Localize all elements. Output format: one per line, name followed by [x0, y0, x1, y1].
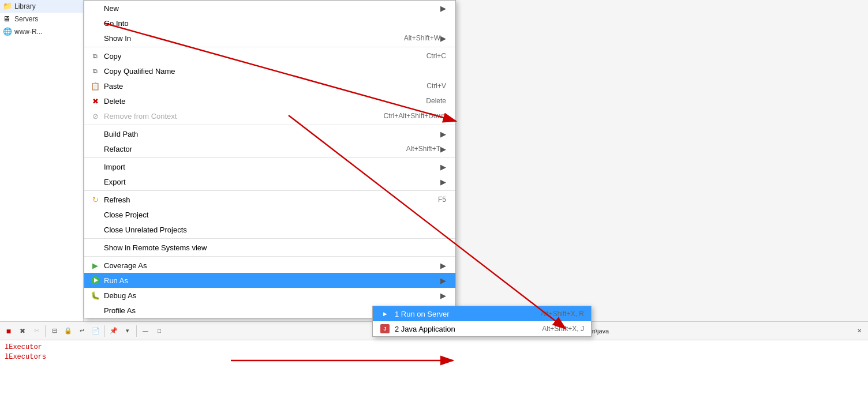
menu-go-into-label: Go Into — [104, 19, 446, 28]
remove-icon: ✂ — [34, 327, 39, 335]
coverage-arrow: ▶ — [440, 261, 446, 270]
library-icon: 📁 — [3, 2, 12, 11]
delete-icon: ✖ — [90, 96, 100, 106]
java-application-icon: J — [380, 324, 390, 333]
menu-item-show-remote[interactable]: Show in Remote Systems view — [84, 240, 455, 255]
submenu-item-java-application[interactable]: J 2 Java Application Alt+Shift+X, J — [373, 321, 591, 336]
copy-qualified-icon: ⧉ — [90, 66, 100, 76]
debug-as-arrow: ▶ — [440, 291, 446, 300]
menu-item-copy-qualified[interactable]: ⧉ Copy Qualified Name — [84, 63, 455, 78]
sidebar-item-www[interactable]: 🌐 www-R... — [0, 25, 83, 38]
coverage-icon: ▶ — [90, 261, 100, 270]
new-icon — [90, 3, 100, 13]
menu-coverage-as-label: Coverage As — [104, 261, 440, 270]
menu-debug-as-label: Debug As — [104, 291, 440, 300]
new-console-button[interactable]: 📄 — [89, 325, 102, 337]
menu-refresh-label: Refresh — [104, 196, 415, 204]
menu-item-close-project[interactable]: Close Project — [84, 207, 455, 222]
word-wrap-button[interactable]: ↵ — [76, 325, 88, 337]
submenu-item-run-on-server[interactable]: ▶ 1 Run on Server Alt+Shift+X, R — [373, 306, 591, 321]
go-into-icon — [90, 18, 100, 28]
run-as-arrow: ▶ — [440, 276, 446, 285]
sidebar-item-library-label: Library — [14, 2, 36, 10]
menu-remove-context-label: Remove from Context — [104, 112, 361, 121]
menu-item-refactor[interactable]: Refactor Alt+Shift+T ▶ — [84, 141, 455, 156]
show-in-arrow: ▶ — [440, 34, 446, 43]
import-arrow: ▶ — [440, 163, 446, 171]
sidebar-item-library[interactable]: 📁 Library — [0, 0, 83, 13]
refactor-icon — [90, 144, 100, 153]
pin-icon: 📌 — [110, 327, 118, 335]
menu-show-remote-label: Show in Remote Systems view — [104, 243, 446, 252]
new-console-icon: 📄 — [92, 327, 100, 335]
menu-item-import[interactable]: Import ▶ — [84, 159, 455, 174]
menu-paste-label: Paste — [104, 82, 403, 91]
export-icon — [90, 177, 100, 186]
www-icon: 🌐 — [3, 27, 12, 36]
menu-copy-qualified-label: Copy Qualified Name — [104, 67, 446, 76]
paste-icon: 📋 — [90, 81, 100, 91]
submenu-java-app-label: 2 Java Application — [395, 325, 542, 333]
menu-item-run-as[interactable]: Run As ▶ — [84, 273, 455, 288]
sidebar-item-servers[interactable]: 🖥 Servers — [0, 13, 83, 25]
refactor-shortcut: Alt+Shift+T — [406, 145, 440, 153]
disconnect-button[interactable]: ✖ — [16, 325, 29, 337]
separator-5 — [84, 238, 455, 239]
scroll-lock-button[interactable]: 🔒 — [62, 325, 74, 337]
menu-item-export[interactable]: Export ▶ — [84, 174, 455, 189]
menu-item-delete[interactable]: ✖ Delete Delete — [84, 93, 455, 108]
separator-6 — [84, 256, 455, 257]
view-menu-icon: ▾ — [126, 327, 129, 335]
view-menu-button[interactable]: ▾ — [121, 325, 134, 337]
delete-shortcut: Delete — [426, 97, 446, 105]
minimize-button[interactable]: — — [139, 325, 152, 337]
menu-export-label: Export — [104, 178, 440, 186]
remove-button[interactable]: ✂ — [30, 325, 43, 337]
scroll-lock-icon: 🔒 — [64, 327, 72, 335]
clear-console-icon: ⊟ — [52, 327, 57, 335]
clear-console-button[interactable]: ⊟ — [48, 325, 61, 337]
menu-close-unrelated-label: Close Unrelated Projects — [104, 226, 446, 234]
separator-3 — [84, 157, 455, 158]
menu-item-show-in[interactable]: Show In Alt+Shift+W ▶ — [84, 31, 455, 46]
sidebar-item-www-label: www-R... — [14, 28, 43, 36]
menu-item-copy[interactable]: ⧉ Copy Ctrl+C — [84, 48, 455, 63]
toolbar-sep-2 — [104, 325, 105, 337]
run-on-server-icon: ▶ — [380, 309, 390, 318]
copy-shortcut: Ctrl+C — [426, 52, 446, 60]
copy-icon: ⧉ — [90, 51, 100, 61]
menu-item-coverage-as[interactable]: ▶ Coverage As ▶ — [84, 258, 455, 273]
close-view-icon: ✕ — [857, 328, 862, 334]
menu-item-remove-context[interactable]: ⊘ Remove from Context Ctrl+Alt+Shift+Dow… — [84, 108, 455, 123]
menu-refactor-label: Refactor — [104, 145, 383, 153]
menu-item-close-unrelated[interactable]: Close Unrelated Projects — [84, 222, 455, 237]
menu-import-label: Import — [104, 163, 440, 171]
separator-4 — [84, 190, 455, 191]
console-output: lExecutor lExecutors — [0, 340, 868, 402]
remove-context-icon: ⊘ — [90, 111, 100, 121]
menu-item-go-into[interactable]: Go Into — [84, 16, 455, 31]
close-project-icon — [90, 210, 100, 219]
submenu-java-app-shortcut: Alt+Shift+X, J — [542, 325, 584, 333]
close-view-button[interactable]: ✕ — [853, 325, 866, 337]
separator-1 — [84, 47, 455, 47]
build-path-icon — [90, 129, 100, 138]
menu-new-label: New — [104, 4, 440, 13]
import-icon — [90, 162, 100, 171]
separator-2 — [84, 125, 455, 125]
toolbar-sep-1 — [45, 325, 46, 337]
run-as-icon — [90, 276, 100, 285]
menu-item-paste[interactable]: 📋 Paste Ctrl+V — [84, 78, 455, 93]
menu-item-debug-as[interactable]: 🐛 Debug As ▶ — [84, 288, 455, 303]
menu-delete-label: Delete — [104, 97, 403, 106]
show-in-icon — [90, 33, 100, 43]
maximize-button[interactable]: □ — [153, 325, 166, 337]
stop-button[interactable]: ■ — [2, 325, 15, 337]
menu-item-new[interactable]: New ▶ — [84, 1, 455, 16]
menu-item-build-path[interactable]: Build Path ▶ — [84, 126, 455, 141]
refresh-shortcut: F5 — [438, 196, 446, 204]
pin-console-button[interactable]: 📌 — [107, 325, 120, 337]
menu-item-refresh[interactable]: ↻ Refresh F5 — [84, 192, 455, 207]
run-as-submenu: ▶ 1 Run on Server Alt+Shift+X, R J 2 Jav… — [372, 306, 592, 337]
disconnect-icon: ✖ — [20, 327, 25, 335]
